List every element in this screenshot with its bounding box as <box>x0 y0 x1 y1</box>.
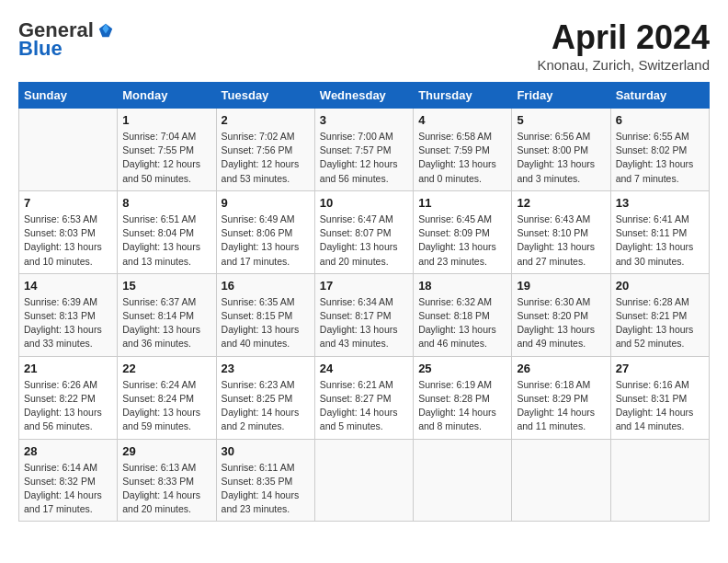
day-info: Sunrise: 6:37 AM Sunset: 8:14 PM Dayligh… <box>122 295 210 351</box>
day-number: 23 <box>222 362 310 375</box>
day-info: Sunrise: 6:23 AM Sunset: 8:25 PM Dayligh… <box>222 378 310 434</box>
calendar-cell: 4Sunrise: 6:58 AM Sunset: 7:59 PM Daylig… <box>414 109 512 191</box>
day-number: 30 <box>222 444 310 458</box>
day-number: 27 <box>616 362 704 375</box>
location-text: Knonau, Zurich, Switzerland <box>537 57 710 73</box>
day-number: 17 <box>320 279 408 293</box>
calendar-cell <box>610 439 709 522</box>
calendar-cell: 10Sunrise: 6:47 AM Sunset: 8:07 PM Dayli… <box>314 190 413 273</box>
logo: General Blue <box>18 18 114 61</box>
calendar-cell: 7Sunrise: 6:53 AM Sunset: 8:03 PM Daylig… <box>19 190 118 273</box>
day-number: 5 <box>517 113 605 127</box>
day-info: Sunrise: 6:47 AM Sunset: 8:07 PM Dayligh… <box>320 213 408 269</box>
calendar-cell: 25Sunrise: 6:19 AM Sunset: 8:28 PM Dayli… <box>414 356 512 439</box>
day-number: 9 <box>222 196 310 210</box>
header-day-thursday: Thursday <box>414 83 512 109</box>
header-day-friday: Friday <box>512 83 610 109</box>
header-day-sunday: Sunday <box>19 83 118 109</box>
calendar-cell: 5Sunrise: 6:56 AM Sunset: 8:00 PM Daylig… <box>512 109 610 191</box>
day-number: 16 <box>222 279 310 293</box>
calendar-cell: 23Sunrise: 6:23 AM Sunset: 8:25 PM Dayli… <box>216 356 314 439</box>
header-row: SundayMondayTuesdayWednesdayThursdayFrid… <box>19 83 710 109</box>
calendar-cell: 12Sunrise: 6:43 AM Sunset: 8:10 PM Dayli… <box>512 190 610 273</box>
calendar-cell: 18Sunrise: 6:32 AM Sunset: 8:18 PM Dayli… <box>414 273 512 356</box>
day-number: 14 <box>24 279 112 293</box>
calendar-cell: 24Sunrise: 6:21 AM Sunset: 8:27 PM Dayli… <box>314 356 413 439</box>
calendar-body: 1Sunrise: 7:04 AM Sunset: 7:55 PM Daylig… <box>19 109 710 522</box>
day-info: Sunrise: 6:45 AM Sunset: 8:09 PM Dayligh… <box>418 213 506 269</box>
title-section: April 2024 Knonau, Zurich, Switzerland <box>537 18 710 73</box>
calendar-cell: 3Sunrise: 7:00 AM Sunset: 7:57 PM Daylig… <box>314 109 413 191</box>
calendar-cell: 20Sunrise: 6:28 AM Sunset: 8:21 PM Dayli… <box>610 273 709 356</box>
calendar-table: SundayMondayTuesdayWednesdayThursdayFrid… <box>18 82 710 522</box>
calendar-cell: 16Sunrise: 6:35 AM Sunset: 8:15 PM Dayli… <box>216 273 314 356</box>
day-number: 11 <box>418 196 506 210</box>
day-number: 15 <box>122 279 210 293</box>
calendar-cell: 14Sunrise: 6:39 AM Sunset: 8:13 PM Dayli… <box>19 273 118 356</box>
header-day-monday: Monday <box>118 83 216 109</box>
day-info: Sunrise: 7:00 AM Sunset: 7:57 PM Dayligh… <box>320 130 408 186</box>
header-day-tuesday: Tuesday <box>216 83 314 109</box>
day-number: 20 <box>616 279 704 293</box>
day-info: Sunrise: 6:35 AM Sunset: 8:15 PM Dayligh… <box>222 295 310 351</box>
day-info: Sunrise: 6:19 AM Sunset: 8:28 PM Dayligh… <box>418 378 506 434</box>
day-info: Sunrise: 6:18 AM Sunset: 8:29 PM Dayligh… <box>517 378 605 434</box>
day-info: Sunrise: 7:02 AM Sunset: 7:56 PM Dayligh… <box>222 130 310 186</box>
day-number: 6 <box>616 113 704 127</box>
day-info: Sunrise: 6:34 AM Sunset: 8:17 PM Dayligh… <box>320 295 408 351</box>
day-info: Sunrise: 6:26 AM Sunset: 8:22 PM Dayligh… <box>24 378 112 434</box>
week-row-4: 21Sunrise: 6:26 AM Sunset: 8:22 PM Dayli… <box>19 356 710 439</box>
day-info: Sunrise: 7:04 AM Sunset: 7:55 PM Dayligh… <box>122 130 210 186</box>
day-number: 10 <box>320 196 408 210</box>
day-number: 28 <box>24 444 112 458</box>
day-info: Sunrise: 6:41 AM Sunset: 8:11 PM Dayligh… <box>616 213 704 269</box>
day-info: Sunrise: 6:14 AM Sunset: 8:32 PM Dayligh… <box>24 461 112 517</box>
day-info: Sunrise: 6:21 AM Sunset: 8:27 PM Dayligh… <box>320 378 408 434</box>
day-number: 12 <box>517 196 605 210</box>
day-info: Sunrise: 6:16 AM Sunset: 8:31 PM Dayligh… <box>616 378 704 434</box>
day-info: Sunrise: 6:39 AM Sunset: 8:13 PM Dayligh… <box>24 295 112 351</box>
calendar-cell: 22Sunrise: 6:24 AM Sunset: 8:24 PM Dayli… <box>118 356 216 439</box>
calendar-cell <box>19 109 118 191</box>
calendar-cell <box>512 439 610 522</box>
day-info: Sunrise: 6:30 AM Sunset: 8:20 PM Dayligh… <box>517 295 605 351</box>
day-info: Sunrise: 6:13 AM Sunset: 8:33 PM Dayligh… <box>122 461 210 517</box>
calendar-cell: 19Sunrise: 6:30 AM Sunset: 8:20 PM Dayli… <box>512 273 610 356</box>
day-number: 19 <box>517 279 605 293</box>
calendar-cell: 30Sunrise: 6:11 AM Sunset: 8:35 PM Dayli… <box>216 439 314 522</box>
calendar-cell: 8Sunrise: 6:51 AM Sunset: 8:04 PM Daylig… <box>118 190 216 273</box>
day-info: Sunrise: 6:11 AM Sunset: 8:35 PM Dayligh… <box>222 461 310 517</box>
calendar-cell: 2Sunrise: 7:02 AM Sunset: 7:56 PM Daylig… <box>216 109 314 191</box>
calendar-cell: 21Sunrise: 6:26 AM Sunset: 8:22 PM Dayli… <box>19 356 118 439</box>
header-day-wednesday: Wednesday <box>314 83 413 109</box>
calendar-cell: 27Sunrise: 6:16 AM Sunset: 8:31 PM Dayli… <box>610 356 709 439</box>
day-number: 26 <box>517 362 605 375</box>
day-info: Sunrise: 6:51 AM Sunset: 8:04 PM Dayligh… <box>122 213 210 269</box>
calendar-cell: 13Sunrise: 6:41 AM Sunset: 8:11 PM Dayli… <box>610 190 709 273</box>
calendar-cell: 17Sunrise: 6:34 AM Sunset: 8:17 PM Dayli… <box>314 273 413 356</box>
calendar-cell: 11Sunrise: 6:45 AM Sunset: 8:09 PM Dayli… <box>414 190 512 273</box>
day-number: 29 <box>122 444 210 458</box>
week-row-2: 7Sunrise: 6:53 AM Sunset: 8:03 PM Daylig… <box>19 190 710 273</box>
calendar-cell: 9Sunrise: 6:49 AM Sunset: 8:06 PM Daylig… <box>216 190 314 273</box>
day-number: 4 <box>418 113 506 127</box>
calendar-cell <box>314 439 413 522</box>
week-row-1: 1Sunrise: 7:04 AM Sunset: 7:55 PM Daylig… <box>19 109 710 191</box>
logo-flag-icon <box>97 22 114 39</box>
day-number: 22 <box>122 362 210 375</box>
day-info: Sunrise: 6:58 AM Sunset: 7:59 PM Dayligh… <box>418 130 506 186</box>
month-title: April 2024 <box>537 18 710 57</box>
day-number: 2 <box>222 113 310 127</box>
calendar-cell: 29Sunrise: 6:13 AM Sunset: 8:33 PM Dayli… <box>118 439 216 522</box>
calendar-cell: 15Sunrise: 6:37 AM Sunset: 8:14 PM Dayli… <box>118 273 216 356</box>
day-info: Sunrise: 6:55 AM Sunset: 8:02 PM Dayligh… <box>616 130 704 186</box>
page-header: General Blue April 2024 Knonau, Zurich, … <box>18 18 710 73</box>
calendar-cell: 26Sunrise: 6:18 AM Sunset: 8:29 PM Dayli… <box>512 356 610 439</box>
day-number: 21 <box>24 362 112 375</box>
calendar-cell: 28Sunrise: 6:14 AM Sunset: 8:32 PM Dayli… <box>19 439 118 522</box>
calendar-cell: 1Sunrise: 7:04 AM Sunset: 7:55 PM Daylig… <box>118 109 216 191</box>
calendar-header: SundayMondayTuesdayWednesdayThursdayFrid… <box>19 83 710 109</box>
day-info: Sunrise: 6:49 AM Sunset: 8:06 PM Dayligh… <box>222 213 310 269</box>
day-info: Sunrise: 6:24 AM Sunset: 8:24 PM Dayligh… <box>122 378 210 434</box>
week-row-3: 14Sunrise: 6:39 AM Sunset: 8:13 PM Dayli… <box>19 273 710 356</box>
